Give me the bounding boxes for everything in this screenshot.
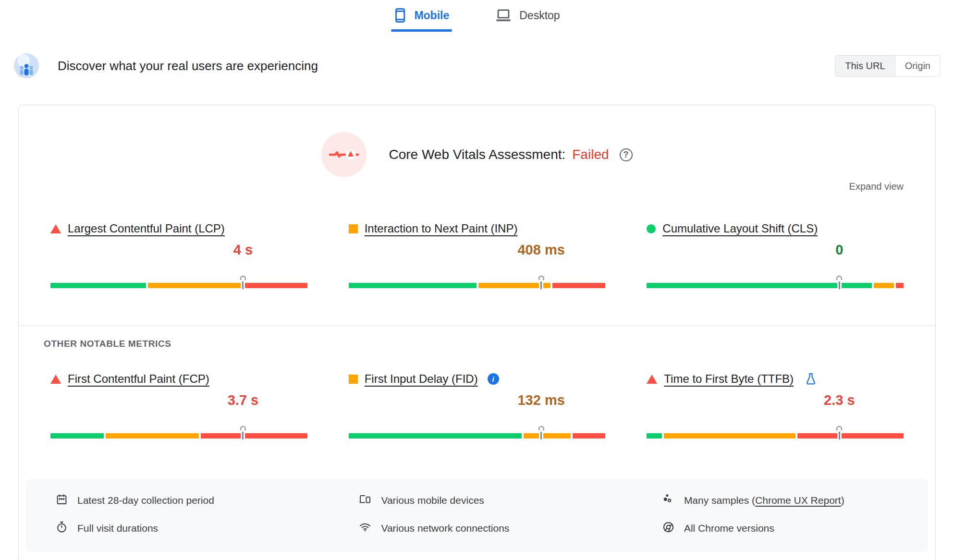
page-title: Discover what your real users are experi…	[58, 59, 835, 73]
durations-item: Full visit durations	[56, 521, 359, 536]
devices-item: Various mobile devices	[359, 493, 662, 508]
metric-fid: First Input Delay (FID) i 132 ms	[349, 372, 606, 438]
bar-segment-good	[647, 433, 662, 438]
fid-label-link[interactable]: First Input Delay (FID)	[365, 372, 478, 386]
p75-marker	[538, 276, 544, 289]
bar-segment-good	[349, 283, 477, 288]
samples-dots-icon	[662, 493, 674, 508]
p75-marker	[240, 276, 246, 289]
core-metrics-grid: Largest Contentful Paint (LCP) 4 s Inter…	[19, 222, 935, 288]
fid-distribution-bar	[349, 433, 606, 438]
inp-status-icon	[349, 224, 358, 233]
inp-distribution-bar	[349, 283, 606, 288]
ttfb-value: 2.3 s	[824, 392, 855, 408]
metric-cls: Cumulative Layout Shift (CLS) 0	[647, 222, 904, 288]
bar-segment-good	[50, 283, 146, 288]
fid-status-icon	[349, 375, 358, 384]
cls-label-link[interactable]: Cumulative Layout Shift (CLS)	[662, 222, 818, 235]
bar-segment-poor	[201, 433, 307, 438]
cls-distribution-bar	[647, 283, 904, 288]
cls-status-icon	[647, 224, 656, 233]
bar-segment-ni	[874, 283, 894, 288]
fcp-label-link[interactable]: First Contentful Paint (FCP)	[68, 372, 209, 386]
info-icon[interactable]: i	[488, 373, 499, 385]
lcp-label-link[interactable]: Largest Contentful Paint (LCP)	[68, 222, 225, 235]
bar-segment-poor	[573, 433, 605, 438]
core-web-vitals-card: Core Web Vitals Assessment: Failed ? Exp…	[18, 105, 936, 560]
heartbeat-icon	[321, 132, 367, 177]
lcp-distribution-bar	[50, 283, 307, 288]
experimental-flask-icon[interactable]	[805, 373, 817, 385]
network-icon	[359, 521, 371, 536]
chrome-icon	[662, 521, 674, 536]
tab-mobile-label: Mobile	[414, 9, 449, 22]
collection-period-item: Latest 28-day collection period	[56, 493, 359, 508]
mobile-phone-icon	[394, 8, 406, 23]
assessment-title: Core Web Vitals Assessment: Failed ?	[389, 147, 632, 162]
help-icon[interactable]: ?	[620, 148, 633, 161]
ttfb-status-icon	[647, 375, 657, 384]
chrome-versions-item: All Chrome versions	[662, 521, 898, 536]
field-data-header: Discover what your real users are experi…	[0, 53, 954, 79]
device-tabs: Mobile Desktop	[0, 0, 954, 32]
fcp-status-icon	[50, 375, 61, 384]
collection-info-footer: Latest 28-day collection period Various …	[26, 479, 928, 552]
fid-value: 132 ms	[517, 392, 564, 408]
bar-segment-ni	[524, 433, 570, 438]
fcp-value: 3.7 s	[228, 392, 259, 408]
metric-inp: Interaction to Next Paint (INP) 408 ms	[349, 222, 606, 288]
other-metrics-heading: OTHER NOTABLE METRICS	[19, 326, 935, 349]
tab-desktop[interactable]: Desktop	[495, 8, 560, 32]
p75-marker	[240, 426, 246, 439]
other-metrics-grid: First Contentful Paint (FCP) 3.7 s First…	[19, 372, 935, 438]
desktop-laptop-icon	[495, 8, 512, 23]
ttfb-label-link[interactable]: Time to First Byte (TTFB)	[664, 372, 794, 386]
calendar-icon	[56, 493, 68, 508]
metric-lcp: Largest Contentful Paint (LCP) 4 s	[50, 222, 307, 288]
expand-row: Expand view	[19, 177, 935, 192]
bar-segment-poor	[552, 283, 606, 288]
bar-segment-ni	[664, 433, 795, 438]
origin-button[interactable]: Origin	[895, 56, 940, 76]
bar-segment-poor	[245, 283, 307, 288]
inp-value: 408 ms	[517, 242, 564, 258]
ttfb-distribution-bar	[647, 433, 904, 438]
metric-fcp: First Contentful Paint (FCP) 3.7 s	[50, 372, 307, 438]
cls-value: 0	[835, 242, 843, 258]
bar-segment-good	[50, 433, 104, 438]
bar-segment-poor	[797, 433, 904, 438]
bar-segment-ni	[148, 283, 242, 288]
bar-segment-ni	[106, 433, 199, 438]
expand-view-link[interactable]: Expand view	[849, 181, 904, 192]
devices-icon	[359, 493, 371, 508]
assessment-title-text: Core Web Vitals Assessment:	[389, 147, 565, 162]
samples-item: Many samples (Chrome UX Report)	[662, 493, 898, 508]
assessment-header: Core Web Vitals Assessment: Failed ?	[19, 132, 935, 177]
crux-report-link[interactable]: Chrome UX Report	[755, 495, 841, 506]
p75-marker	[538, 426, 544, 439]
tab-mobile[interactable]: Mobile	[394, 8, 449, 32]
lcp-status-icon	[50, 224, 61, 233]
fcp-distribution-bar	[50, 433, 307, 438]
real-users-icon	[13, 53, 39, 79]
lcp-value: 4 s	[233, 242, 253, 258]
inp-label-link[interactable]: Interaction to Next Paint (INP)	[365, 222, 518, 235]
url-origin-toggle: This URL Origin	[835, 55, 941, 77]
metric-ttfb: Time to First Byte (TTFB) 2.3 s	[647, 372, 904, 438]
connections-item: Various network connections	[359, 521, 662, 536]
p75-marker	[836, 276, 842, 289]
bar-segment-good	[349, 433, 522, 438]
tab-desktop-label: Desktop	[519, 9, 560, 22]
stopwatch-icon	[56, 521, 68, 536]
bar-segment-poor	[896, 283, 904, 288]
p75-marker	[836, 426, 842, 439]
this-url-button[interactable]: This URL	[835, 56, 895, 76]
assessment-result: Failed	[572, 147, 609, 162]
